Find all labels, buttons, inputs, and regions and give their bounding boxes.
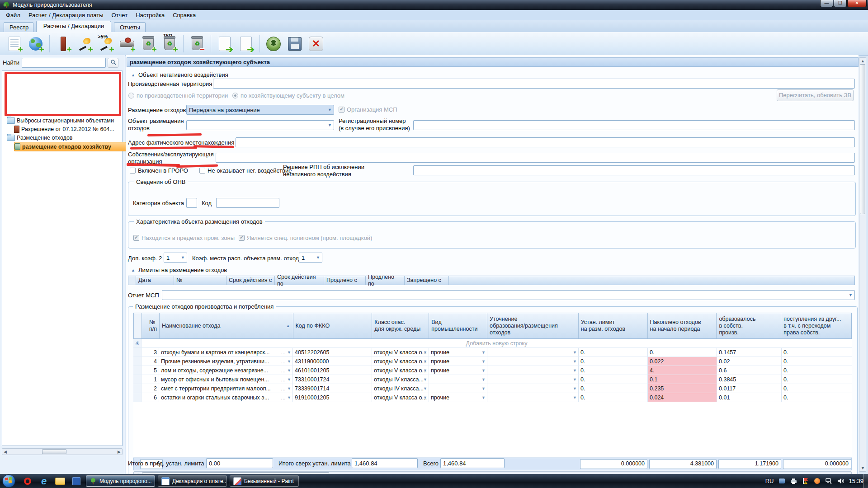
opera-icon[interactable]: [21, 475, 34, 487]
dropdown-icon[interactable]: ▼: [287, 350, 291, 355]
action-center-flag-icon[interactable]: !: [802, 478, 809, 485]
menu-settings[interactable]: Настройка: [132, 10, 169, 20]
radio-by-subject[interactable]: [232, 93, 238, 99]
antivirus-icon[interactable]: [813, 478, 821, 485]
dropdown-icon[interactable]: ▼: [287, 386, 291, 391]
waste-row[interactable]: 3 отходы бумаги и картона от канцелярск.…: [133, 348, 852, 357]
col-accumulated[interactable]: Накоплено отходов на начало периода: [648, 313, 717, 338]
onv-section-header[interactable]: ▲ Объект негативного воздействия: [131, 71, 228, 78]
prod-territory-input[interactable]: [213, 79, 855, 89]
add-waste-disposal-icon[interactable]: ♻+: [139, 35, 157, 53]
waste-row[interactable]: 6 остатки и огарки стальных сварочных э.…: [133, 393, 852, 402]
waste-row[interactable]: 4 Прочие резиновые изделия, утративши...…: [133, 357, 852, 366]
close-button[interactable]: ✕: [847, 0, 867, 7]
taskbar-button-paint[interactable]: Безымянный - Paint: [230, 475, 299, 487]
search-button[interactable]: [108, 58, 118, 68]
special-polygon-checkbox[interactable]: [239, 235, 245, 241]
ellipsis-button[interactable]: …: [281, 368, 286, 373]
limits-col-valid-to[interactable]: Срок действия по: [275, 276, 324, 285]
tree-item-permit[interactable]: Разрешение от 07.12.2012 № 604...: [14, 125, 124, 133]
add-calculation-icon[interactable]: +: [5, 35, 24, 53]
col-class[interactable]: Класс опас. для окруж. среды: [372, 313, 429, 338]
dropdown-icon[interactable]: ▼: [287, 368, 291, 373]
limits-col-valid-from[interactable]: Срок действия с: [226, 276, 275, 285]
grand-total-input[interactable]: [440, 458, 505, 468]
waste-row[interactable]: 5 лом и отходы, содержащие незагрязне...…: [133, 366, 852, 375]
col-limit[interactable]: Устан. лимит на разм. отходов: [579, 313, 648, 338]
rpn-decision-input[interactable]: [413, 165, 855, 175]
limits-col-banned-from[interactable]: Запрещено с: [405, 276, 449, 285]
main-vertical-scrollbar[interactable]: ▲ ▼: [859, 57, 866, 472]
disposal-object-combo[interactable]: ▼: [186, 120, 334, 130]
ellipsis-button[interactable]: …: [281, 350, 286, 355]
tree-item-waste-record-selected[interactable]: размещение отходов хозяйству: [14, 142, 126, 151]
within-limit-input[interactable]: [206, 458, 273, 468]
tab-reports[interactable]: Отчеты: [114, 22, 146, 32]
groro-checkbox[interactable]: [130, 168, 136, 174]
placement-combo[interactable]: Передача на размещение▼: [186, 105, 334, 115]
owner-input[interactable]: [216, 153, 855, 163]
export-document-icon[interactable]: ➔: [216, 35, 234, 53]
col-code[interactable]: Код по ФККО: [293, 313, 373, 338]
add-tko-disposal-icon[interactable]: ТКО♻+: [160, 35, 179, 53]
cancel-icon[interactable]: ✕: [307, 35, 325, 53]
tree-item-emissions[interactable]: Выбросы стационарными объектами: [7, 116, 124, 125]
add-flare-source-icon[interactable]: +: [75, 35, 94, 53]
address-input[interactable]: [236, 137, 855, 147]
col-generated[interactable]: образовалось в собств. произв.: [717, 313, 781, 338]
limits-col-extended-from[interactable]: Продлено с: [324, 276, 366, 285]
recalculate-button[interactable]: Пересчитать, обновить ЗВ: [777, 89, 854, 101]
col-name[interactable]: Наименование отхода▲: [160, 313, 293, 338]
msp-checkbox[interactable]: [339, 107, 344, 113]
remove-waste-object-icon[interactable]: ♻−: [188, 35, 206, 53]
dop-coef-combo[interactable]: 1▼: [164, 253, 187, 263]
msp-report-combo[interactable]: ▼: [162, 290, 855, 300]
tree-item-waste-disposal[interactable]: Размещение отходов: [7, 133, 124, 142]
network-icon[interactable]: [825, 478, 832, 485]
limits-col-number[interactable]: №: [174, 276, 226, 285]
taskbar-button-declaration[interactable]: Декларация о плате...: [158, 475, 227, 487]
clock[interactable]: 15:39: [849, 478, 863, 484]
sidebar-horizontal-scrollbar[interactable]: ◀ ▶: [2, 448, 123, 455]
start-button[interactable]: [2, 474, 15, 488]
add-row[interactable]: ✳ Добавить новую строку: [133, 339, 852, 348]
dropdown-icon[interactable]: ▼: [287, 377, 291, 382]
col-clarification[interactable]: Уточнение образования/размещения отходов: [487, 313, 579, 338]
find-input[interactable]: [22, 58, 106, 68]
place-coef-combo[interactable]: 1▼: [299, 253, 322, 263]
dropdown-icon[interactable]: ▼: [287, 395, 291, 400]
tab-registry[interactable]: Реестр: [4, 22, 33, 32]
taskbar-button-module[interactable]: Модуль природопо...: [86, 475, 155, 487]
radio-by-territory[interactable]: [128, 93, 134, 99]
import-document-icon[interactable]: ➔: [237, 35, 255, 53]
ellipsis-button[interactable]: …: [281, 395, 286, 400]
col-received[interactable]: поступления из друг... в т.ч. с переходо…: [781, 313, 851, 338]
add-stack-source-icon[interactable]: +: [54, 35, 72, 53]
menu-file[interactable]: Файл: [2, 10, 24, 20]
web-report-icon[interactable]: +: [27, 35, 45, 53]
waste-row[interactable]: 2 смет с территории предприятия малооп..…: [133, 384, 852, 393]
ellipsis-button[interactable]: …: [281, 377, 286, 382]
minimize-button[interactable]: —: [820, 0, 833, 7]
updates-icon[interactable]: [778, 478, 785, 485]
add-discharge-source-icon[interactable]: +: [118, 35, 136, 53]
waste-row[interactable]: 1 мусор от офисных и бытовых помещен...……: [133, 375, 852, 384]
dropdown-icon[interactable]: ▼: [287, 359, 291, 364]
reg-number-input[interactable]: [413, 120, 855, 130]
limits-col-date[interactable]: Дата: [136, 276, 174, 285]
col-num[interactable]: № п/п: [142, 313, 160, 338]
limits-col-extended-to[interactable]: Продлено по: [366, 276, 405, 285]
maximize-button[interactable]: ❐: [834, 0, 847, 7]
volume-icon[interactable]: [837, 478, 844, 485]
ellipsis-button[interactable]: …: [281, 359, 286, 364]
no-impact-checkbox[interactable]: [199, 168, 205, 174]
printer-icon[interactable]: [790, 478, 797, 485]
save-icon[interactable]: [286, 35, 304, 53]
category-input[interactable]: [186, 198, 197, 208]
ie-icon[interactable]: e: [37, 475, 51, 487]
limits-section-header[interactable]: ▲ Лимиты на размещение отходов: [131, 267, 227, 273]
in-zone-checkbox[interactable]: [133, 235, 139, 241]
code-input[interactable]: [216, 198, 279, 208]
language-indicator[interactable]: RU: [765, 478, 774, 484]
menu-report[interactable]: Отчет: [108, 10, 132, 20]
